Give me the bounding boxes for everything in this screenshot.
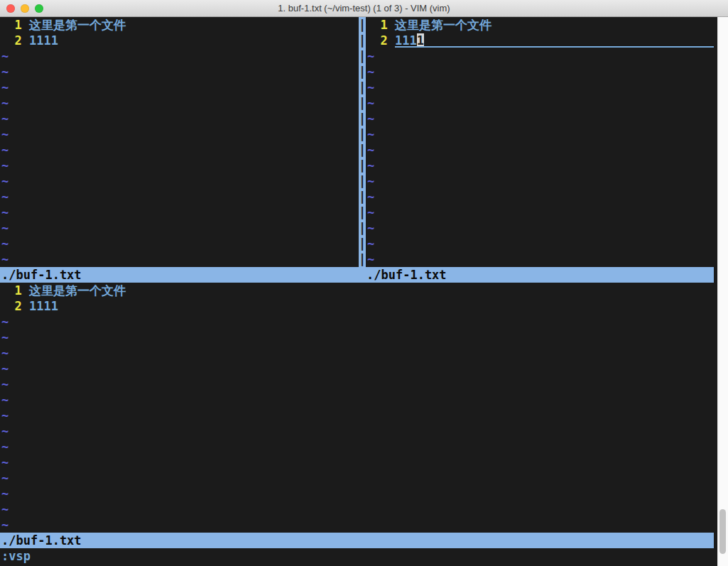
tilde-empty-line: ~ [0, 158, 359, 173]
separator-bar: | [359, 205, 366, 220]
tilde-empty-line: ~ [366, 95, 714, 111]
tilde-empty-line: ~ [366, 236, 714, 251]
separator-bar: | [359, 48, 366, 64]
line-text: 这里是第一个文件 [29, 18, 126, 32]
line-text: 1111 [29, 299, 58, 313]
tilde-empty-line: ~ [0, 80, 359, 95]
buffer-line: 21111 [0, 298, 714, 314]
line-number: 1 [366, 17, 395, 33]
separator-bar: | [359, 158, 366, 173]
tilde-empty-line: ~ [0, 64, 359, 80]
vim-split-top-left[interactable]: 1这里是第一个文件 21111 ~~~~~~~~~~~~~~ [0, 17, 359, 267]
statusline-top[interactable]: ./buf-1.txt ./buf-1.txt [0, 267, 714, 283]
tilde-empty-line: ~ [0, 455, 714, 470]
buffer-line: 21111 [0, 33, 359, 48]
tilde-empty-line: ~ [0, 361, 714, 376]
line-number: 1 [0, 283, 29, 298]
line-text: 111 [395, 33, 417, 48]
tilde-empty-line: ~ [366, 111, 714, 126]
tilde-empty-line: ~ [0, 517, 714, 533]
line-text: 1111 [29, 33, 58, 48]
scrollbar-thumb[interactable] [719, 509, 726, 554]
buffer-line: 1这里是第一个文件 [0, 17, 359, 33]
vim-split-bottom[interactable]: 1这里是第一个文件 21111 ~~~~~~~~~~~~~~ [0, 283, 714, 533]
tilde-empty-line: ~ [0, 251, 359, 267]
tilde-empty-line: ~ [0, 470, 714, 486]
tilde-empty-line: ~ [0, 392, 714, 408]
line-number: 1 [0, 17, 29, 33]
statusline-bottom[interactable]: ./buf-1.txt [0, 533, 714, 548]
separator-bar: | [359, 236, 366, 251]
separator-bar: | [359, 126, 366, 142]
block-cursor: 1 [417, 33, 424, 48]
separator-bar: | [359, 189, 366, 205]
tilde-empty-line: ~ [366, 220, 714, 236]
separator-bar: | [359, 17, 366, 33]
tilde-empty-line: ~ [0, 408, 714, 423]
empty-lines: ~~~~~~~~~~~~~~ [366, 48, 714, 267]
scrollbar-track[interactable] [717, 17, 728, 566]
statusline-filename-left: ./buf-1.txt [1, 267, 82, 283]
tilde-empty-line: ~ [0, 48, 359, 64]
window-title: 1. buf-1.txt (~/vim-test) (1 of 3) - VIM… [0, 0, 728, 17]
separator-bar: | [359, 251, 366, 267]
buffer-line-cursor: 21111 [366, 33, 714, 48]
tilde-empty-line: ~ [366, 142, 714, 158]
tilde-empty-line: ~ [366, 126, 714, 142]
vim-split-top-right[interactable]: 1这里是第一个文件 21111 ~~~~~~~~~~~~~~ [366, 17, 714, 267]
separator-bar: | [359, 80, 366, 95]
tilde-empty-line: ~ [0, 330, 714, 345]
tilde-empty-line: ~ [0, 423, 714, 439]
tilde-empty-line: ~ [0, 314, 714, 330]
separator-bar: | [359, 173, 366, 189]
cursorline-underline [395, 46, 714, 48]
tilde-empty-line: ~ [366, 173, 714, 189]
tilde-empty-line: ~ [0, 173, 359, 189]
separator-bar: | [359, 220, 366, 236]
line-number: 2 [0, 33, 29, 48]
vim-terminal[interactable]: 1这里是第一个文件 21111 ~~~~~~~~~~~~~~ |||||||||… [0, 17, 728, 566]
tilde-empty-line: ~ [366, 205, 714, 220]
tilde-empty-line: ~ [0, 220, 359, 236]
command-line: :vsp [1, 548, 31, 564]
tilde-empty-line: ~ [366, 158, 714, 173]
tilde-empty-line: ~ [0, 189, 359, 205]
titlebar[interactable]: 1. buf-1.txt (~/vim-test) (1 of 3) - VIM… [0, 0, 728, 17]
tilde-empty-line: ~ [0, 142, 359, 158]
tilde-empty-line: ~ [366, 189, 714, 205]
empty-lines: ~~~~~~~~~~~~~~ [0, 314, 714, 533]
tilde-empty-line: ~ [366, 64, 714, 80]
buffer-line: 1这里是第一个文件 [0, 283, 714, 298]
tilde-empty-line: ~ [0, 439, 714, 455]
line-text: 这里是第一个文件 [29, 283, 126, 298]
tilde-empty-line: ~ [0, 486, 714, 501]
tilde-empty-line: ~ [0, 111, 359, 126]
line-number: 2 [0, 298, 29, 314]
vim-app-window: 1. buf-1.txt (~/vim-test) (1 of 3) - VIM… [0, 0, 728, 566]
empty-lines: ~~~~~~~~~~~~~~ [0, 48, 359, 267]
tilde-empty-line: ~ [0, 376, 714, 392]
tilde-empty-line: ~ [0, 236, 359, 251]
tilde-empty-line: ~ [0, 126, 359, 142]
tilde-empty-line: ~ [366, 251, 714, 267]
separator-bar: | [359, 64, 366, 80]
tilde-empty-line: ~ [0, 205, 359, 220]
statusline-filename-right: ./buf-1.txt [366, 267, 447, 283]
line-text: 这里是第一个文件 [395, 18, 491, 32]
separator-bar: | [359, 33, 366, 48]
tilde-empty-line: ~ [0, 501, 714, 517]
separator-bar: | [359, 111, 366, 126]
separator-bar: | [359, 95, 366, 111]
line-number: 2 [366, 33, 395, 48]
buffer-line: 1这里是第一个文件 [366, 17, 714, 33]
tilde-empty-line: ~ [366, 80, 714, 95]
tilde-empty-line: ~ [366, 48, 714, 64]
tilde-empty-line: ~ [0, 345, 714, 361]
statusline-filename-bottom: ./buf-1.txt [1, 533, 82, 548]
separator-bar: | [359, 142, 366, 158]
tilde-empty-line: ~ [0, 95, 359, 111]
vertical-split-separator[interactable]: |||||||||||||||| [359, 17, 366, 267]
